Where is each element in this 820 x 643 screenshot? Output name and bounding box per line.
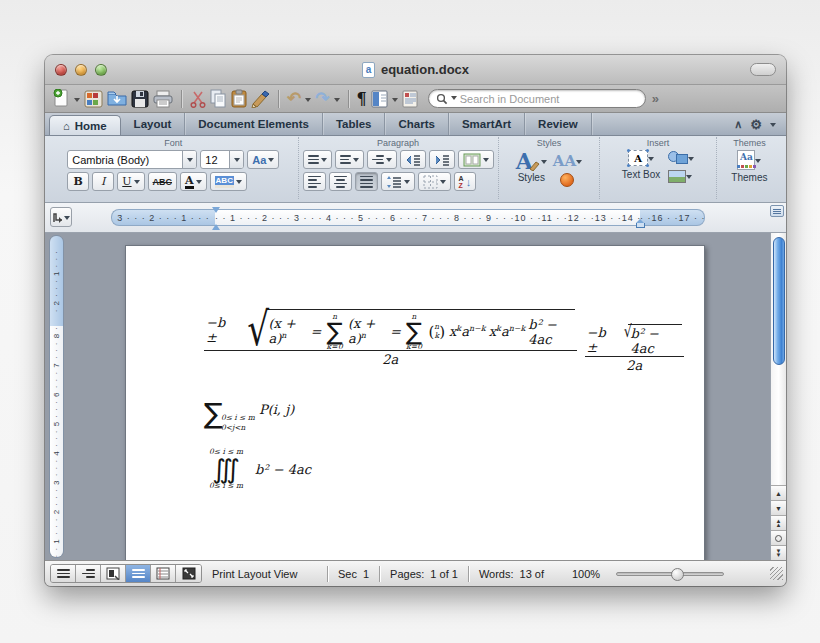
pages-field[interactable]: Pages: 1 of 1 [380, 568, 468, 580]
italic-button[interactable]: I [92, 172, 114, 191]
horizontal-ruler[interactable]: 3 · · · 2 · · · 1 · · · · · 1 · · · 2 · … [111, 209, 705, 226]
undo-dropdown[interactable] [305, 98, 311, 105]
new-document-dropdown[interactable] [74, 98, 80, 105]
tab-stop-selector[interactable] [50, 207, 72, 227]
toolbar-overflow-chevron[interactable]: » [652, 91, 659, 106]
multilevel-dropdown[interactable] [386, 158, 392, 165]
redo-dropdown[interactable] [334, 98, 340, 105]
zoom-button[interactable] [95, 64, 107, 76]
picture-button[interactable] [668, 170, 694, 183]
tab-document-elements[interactable]: Document Elements [185, 113, 323, 135]
text-box-dropdown[interactable] [648, 157, 654, 164]
font-name-dropdown[interactable] [182, 151, 196, 168]
numbering-button[interactable] [335, 150, 364, 169]
tab-review[interactable]: Review [525, 113, 592, 135]
search-input[interactable] [460, 93, 610, 105]
open-button[interactable] [107, 88, 127, 110]
sidebar-button[interactable] [371, 88, 388, 110]
themes-dropdown[interactable] [755, 159, 761, 166]
words-field[interactable]: Words: 13 of [469, 568, 554, 580]
outline-view-button[interactable] [76, 565, 101, 582]
equation-2[interactable]: ∑ 0≤ i ≤ m 0<j<n P(i, j) [204, 397, 684, 430]
picture-dropdown[interactable] [686, 175, 692, 182]
styles-button[interactable]: A [516, 150, 547, 172]
scroll-down-button[interactable]: ▼ [771, 500, 787, 515]
font-size-combo[interactable]: 12 [200, 150, 244, 169]
font-name-combo[interactable]: Cambria (Body) [67, 150, 197, 169]
window-resize-grip[interactable] [770, 567, 783, 580]
zoom-slider-thumb[interactable] [671, 568, 684, 581]
align-center-button[interactable] [329, 172, 352, 191]
borders-dropdown[interactable] [440, 180, 446, 187]
save-button[interactable] [131, 88, 149, 110]
right-indent-marker[interactable] [636, 215, 645, 225]
bold-button[interactable]: B [67, 172, 89, 191]
shapes-dropdown[interactable] [688, 157, 694, 164]
bullets-button[interactable] [303, 150, 332, 169]
columns-dropdown[interactable] [483, 158, 489, 165]
paste-button[interactable] [231, 88, 247, 110]
notebook-layout-view-button[interactable] [151, 565, 176, 582]
close-button[interactable] [55, 64, 67, 76]
line-spacing-button[interactable] [381, 172, 415, 191]
bullets-dropdown[interactable] [321, 158, 327, 165]
reference-tools-button[interactable] [402, 88, 418, 110]
first-line-indent-marker[interactable] [211, 207, 220, 228]
align-left-button[interactable] [303, 172, 326, 191]
borders-button[interactable] [418, 172, 451, 191]
next-page-button[interactable]: ▼▼ [771, 545, 787, 560]
focus-view-button[interactable] [176, 565, 201, 582]
themes-button[interactable]: Aa [737, 150, 761, 170]
tab-stop-dropdown[interactable] [64, 216, 70, 223]
styles-pane-button[interactable] [560, 173, 574, 187]
underline-button[interactable]: U [117, 172, 144, 191]
ribbon-settings-dropdown[interactable] [770, 123, 776, 130]
new-document-button[interactable] [53, 88, 70, 110]
text-effects-button[interactable]: AA [553, 152, 582, 170]
shapes-button[interactable] [668, 151, 694, 166]
draft-view-button[interactable] [51, 565, 76, 582]
multilevel-list-button[interactable] [367, 150, 397, 169]
document-page[interactable]: −b ± √ (x + a)n = n ∑ k=0 [125, 245, 705, 560]
gallery-button[interactable] [84, 88, 103, 110]
copy-button[interactable] [210, 88, 227, 110]
font-color-button[interactable]: A [180, 172, 207, 191]
tab-tables[interactable]: Tables [323, 113, 386, 135]
redo-button[interactable]: ↷ [315, 88, 329, 110]
columns-button[interactable] [458, 150, 494, 169]
font-resize-dropdown[interactable] [268, 158, 274, 165]
collapse-ribbon-button[interactable]: ∧ [734, 118, 742, 131]
publishing-layout-view-button[interactable] [101, 565, 126, 582]
vertical-ruler[interactable]: · 2 · · · 1 · · · · · 1 · · · 2 · · · 3 … [49, 235, 64, 558]
numbering-dropdown[interactable] [353, 158, 359, 165]
justify-button[interactable] [355, 172, 378, 191]
tab-layout[interactable]: Layout [121, 113, 186, 135]
select-browse-object-button[interactable] [771, 530, 787, 545]
styles-dropdown[interactable] [541, 160, 547, 167]
grow-shrink-font-button[interactable]: Aa [247, 150, 279, 169]
split-view-handle[interactable] [770, 205, 784, 217]
line-spacing-dropdown[interactable] [404, 180, 410, 187]
print-layout-view-button[interactable] [126, 565, 151, 582]
text-effects-dropdown[interactable] [576, 160, 582, 167]
print-button[interactable] [153, 88, 173, 110]
undo-button[interactable]: ↶ [287, 88, 301, 110]
text-box-button[interactable]: A [628, 150, 654, 166]
minimize-button[interactable] [75, 64, 87, 76]
toolbar-toggle-lozenge[interactable] [750, 63, 776, 76]
increase-indent-button[interactable] [429, 150, 455, 169]
vertical-scrollbar[interactable]: ▲ ▼ ▲▲ ▼▼ [770, 233, 786, 560]
highlight-button[interactable]: ABC [210, 172, 247, 191]
ribbon-settings-gear-icon[interactable]: ⚙ [750, 117, 762, 132]
strikethrough-button[interactable]: ABC [148, 172, 178, 191]
sidebar-dropdown[interactable] [392, 98, 398, 105]
sort-button[interactable]: AZ ↓ [454, 172, 477, 191]
scrollbar-thumb[interactable] [773, 237, 785, 365]
scroll-up-button[interactable]: ▲ [771, 485, 787, 500]
title-bar[interactable]: a equation.docx [45, 55, 786, 85]
show-formatting-button[interactable]: ¶ [357, 88, 367, 110]
decrease-indent-button[interactable] [400, 150, 426, 169]
tab-charts[interactable]: Charts [385, 113, 448, 135]
cut-button[interactable] [190, 88, 206, 110]
tab-smartart[interactable]: SmartArt [449, 113, 525, 135]
